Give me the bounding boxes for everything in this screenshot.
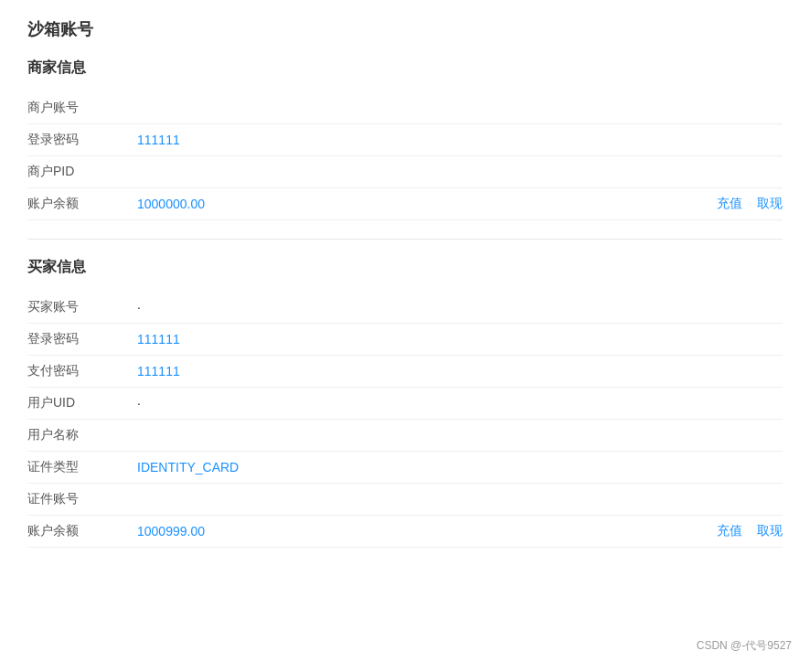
buyer-label-account: 买家账号 (27, 299, 137, 315)
buyer-label-balance: 账户余额 (27, 523, 137, 539)
merchant-label-password: 登录密码 (27, 132, 137, 148)
merchant-withdraw-button[interactable]: 取现 (757, 196, 783, 212)
buyer-value-login-password: 111111 (137, 332, 783, 347)
buyer-label-pay-password: 支付密码 (27, 363, 137, 379)
buyer-label-cert-number: 证件账号 (27, 491, 137, 507)
buyer-label-login-password: 登录密码 (27, 331, 137, 347)
merchant-row-balance: 账户余额 1000000.00 充值 取现 (27, 188, 783, 220)
buyer-withdraw-button[interactable]: 取现 (757, 523, 783, 539)
buyer-row-login-password: 登录密码 111111 (27, 324, 783, 356)
buyer-value-account: · (137, 300, 783, 315)
buyer-recharge-button[interactable]: 充值 (717, 523, 742, 539)
buyer-label-cert-type: 证件类型 (27, 459, 137, 475)
merchant-section: 商家信息 商户账号 登录密码 111111 商户PID 账户余额 1000000… (27, 59, 783, 220)
merchant-recharge-button[interactable]: 充值 (717, 196, 742, 212)
merchant-row-account: 商户账号 (27, 92, 783, 124)
merchant-info-table: 商户账号 登录密码 111111 商户PID 账户余额 1000000.00 充… (27, 92, 783, 220)
divider (27, 239, 783, 240)
buyer-row-cert-type: 证件类型 IDENTITY_CARD (27, 452, 783, 484)
buyer-row-uid: 用户UID · (27, 388, 783, 420)
buyer-row-cert-number: 证件账号 (27, 484, 783, 516)
buyer-row-pay-password: 支付密码 111111 (27, 356, 783, 388)
buyer-label-uid: 用户UID (27, 395, 137, 411)
buyer-row-account: 买家账号 · (27, 292, 783, 324)
merchant-label-pid: 商户PID (27, 164, 137, 180)
buyer-value-balance: 1000999.00 (137, 524, 702, 539)
merchant-row-password: 登录密码 111111 (27, 124, 783, 156)
buyer-row-username: 用户名称 (27, 420, 783, 452)
buyer-row-balance: 账户余额 1000999.00 充值 取现 (27, 516, 783, 548)
buyer-value-pay-password: 111111 (137, 364, 783, 379)
buyer-label-username: 用户名称 (27, 427, 137, 443)
merchant-label-balance: 账户余额 (27, 196, 137, 212)
buyer-info-table: 买家账号 · 登录密码 111111 支付密码 111111 用户UID · 用… (27, 292, 783, 548)
buyer-section-title: 买家信息 (27, 258, 783, 277)
merchant-row-pid: 商户PID (27, 156, 783, 188)
merchant-value-password: 111111 (137, 133, 783, 147)
buyer-value-uid: · (137, 396, 783, 411)
merchant-section-title: 商家信息 (27, 59, 783, 78)
page-title: 沙箱账号 (27, 18, 783, 40)
merchant-label-account: 商户账号 (27, 100, 137, 116)
merchant-value-balance: 1000000.00 (137, 197, 702, 211)
buyer-value-cert-type: IDENTITY_CARD (137, 460, 783, 475)
buyer-section: 买家信息 买家账号 · 登录密码 111111 支付密码 111111 用户UI… (27, 258, 783, 548)
